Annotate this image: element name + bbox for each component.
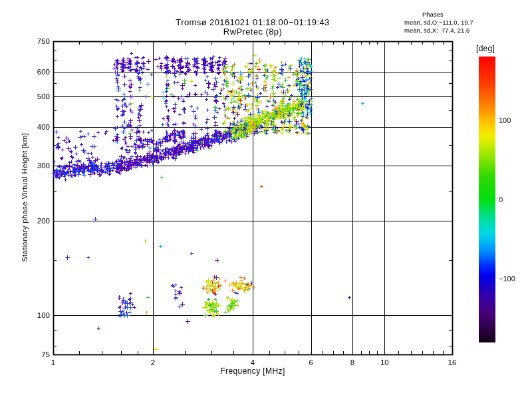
x-tick-label: 8 [350, 358, 354, 366]
chart-subtitle: RwPretec (8p) [223, 27, 282, 37]
scatter-plot-canvas [0, 0, 532, 399]
x-tick-label: 10 [380, 358, 389, 366]
phases-x-mode-stats: mean, sd,X: 77.4, 21.6 [404, 27, 473, 35]
x-tick-label: 4 [251, 358, 255, 366]
phases-annotation: Phases mean, sd,O:−111.0, 19.7 mean, sd,… [404, 11, 473, 35]
x-tick-label: 2 [151, 358, 155, 366]
y-tick-label: 300 [37, 162, 50, 170]
y-tick-label: 600 [37, 68, 50, 76]
y-tick-label: 100 [37, 311, 50, 319]
y-tick-label: 750 [37, 37, 50, 45]
x-tick-label: 1 [51, 358, 55, 366]
x-tick-label: 6 [309, 358, 313, 366]
y-tick-label: 500 [37, 92, 50, 100]
colorbar-tick-label: 100 [499, 116, 511, 124]
x-axis-label: Frequency [MHz] [220, 366, 285, 376]
y-tick-label: 400 [37, 123, 50, 131]
y-axis-label: Stationary phase Virtual Height [km] [21, 133, 29, 262]
y-tick-label: 75 [41, 350, 50, 358]
colorbar-tick-label: 0 [499, 196, 503, 203]
colorbar-unit-label: [deg] [476, 44, 495, 53]
x-tick-label: 16 [448, 358, 457, 366]
phases-o-mode-stats: mean, sd,O:−111.0, 19.7 [404, 19, 473, 27]
ionogram-figure: Tromsø 20161021 01:18:00−01:19:43 RwPret… [0, 0, 532, 399]
chart-title: Tromsø 20161021 01:18:00−01:19:43 [176, 17, 329, 27]
phases-heading: Phases [404, 11, 473, 19]
y-tick-label: 200 [37, 217, 50, 225]
colorbar-tick-label: −100 [499, 275, 515, 283]
colorbar [479, 57, 495, 342]
